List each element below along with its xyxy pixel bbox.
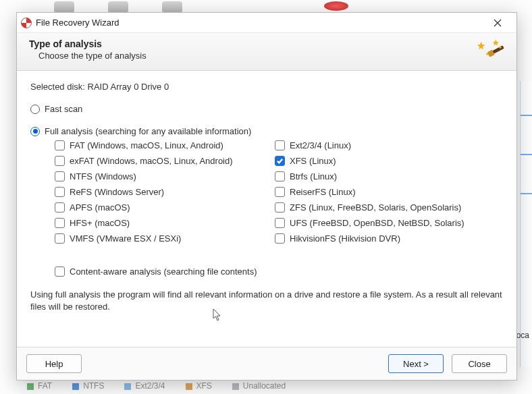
header-title: Type of analysis xyxy=(29,38,504,49)
titlebar: File Recovery Wizard xyxy=(17,13,516,33)
full-analysis-radio[interactable]: Full analysis (searching for any availab… xyxy=(30,126,503,136)
close-icon xyxy=(494,19,502,27)
checkbox-icon xyxy=(275,218,285,228)
fs-checkbox-hfs[interactable]: HFS+ (macOS) xyxy=(55,218,267,228)
fs-label: exFAT (Windows, macOS, Linux, Android) xyxy=(70,156,233,166)
header-subtitle: Choose the type of analysis xyxy=(38,51,504,61)
wizard-content: Selected disk: RAID Array 0 Drive 0 Fast… xyxy=(17,71,516,347)
full-analysis-label: Full analysis (searching for any availab… xyxy=(45,126,251,136)
bg-legend-item: NTFS xyxy=(72,381,104,391)
fs-label: FAT (Windows, macOS, Linux, Android) xyxy=(70,140,223,150)
svg-marker-3 xyxy=(493,40,499,46)
content-aware-checkbox[interactable]: Content-aware analysis (searching file c… xyxy=(55,266,503,277)
bg-legend-item: XFS xyxy=(186,381,212,391)
checkbox-icon xyxy=(55,187,65,197)
fs-label: HFS+ (macOS) xyxy=(70,218,130,228)
app-icon xyxy=(21,18,32,28)
radio-icon xyxy=(30,105,40,114)
checkbox-icon xyxy=(275,156,285,166)
bg-legend: FATNTFSExt2/3/4XFSUnallocated xyxy=(27,379,286,393)
close-window-button[interactable] xyxy=(484,13,511,32)
fs-label: ZFS (Linux, FreeBSD, Solaris, OpenSolari… xyxy=(290,202,461,213)
checkbox-icon xyxy=(275,171,285,181)
fs-label: ReFS (Windows Server) xyxy=(70,187,164,197)
fs-label: Btrfs (Linux) xyxy=(290,171,337,181)
help-button[interactable]: Help xyxy=(26,354,82,373)
fs-checkbox-ntfs[interactable]: NTFS (Windows) xyxy=(55,171,267,181)
checkbox-icon xyxy=(55,171,65,181)
checkbox-icon xyxy=(275,187,285,197)
bg-disk-icon xyxy=(108,1,128,12)
checkbox-icon xyxy=(55,266,65,277)
fs-checkbox-hikvision[interactable]: HikvisionFS (Hikvision DVR) xyxy=(275,233,487,244)
next-button[interactable]: Next > xyxy=(388,354,444,373)
fast-scan-radio[interactable]: Fast scan xyxy=(30,104,503,114)
checkbox-icon xyxy=(55,233,65,244)
fs-label: APFS (macOS) xyxy=(70,202,130,213)
radio-icon xyxy=(30,127,40,136)
content-aware-label: Content-aware analysis (searching file c… xyxy=(70,266,257,277)
fs-checkbox-xfs[interactable]: XFS (Linux) xyxy=(275,156,487,166)
wizard-header: Type of analysis Choose the type of anal… xyxy=(17,33,516,71)
bg-legend-item: FAT xyxy=(27,381,52,391)
file-recovery-wizard-dialog: File Recovery Wizard Type of analysis Ch… xyxy=(16,12,517,381)
fs-checkbox-reiserfs[interactable]: ReiserFS (Linux) xyxy=(275,187,487,197)
fs-label: VMFS (VMware ESX / ESXi) xyxy=(70,233,181,244)
analysis-description: Using full analysis the program will fin… xyxy=(30,289,503,313)
fs-checkbox-ufs[interactable]: UFS (FreeBSD, OpenBSD, NetBSD, Solaris) xyxy=(275,218,487,228)
checkbox-icon xyxy=(55,202,65,213)
fs-checkbox-exfat[interactable]: exFAT (Windows, macOS, Linux, Android) xyxy=(55,156,267,166)
checkbox-icon xyxy=(275,233,285,244)
fs-label: HikvisionFS (Hikvision DVR) xyxy=(290,233,400,244)
fs-label: NTFS (Windows) xyxy=(70,171,136,181)
fs-label: UFS (FreeBSD, OpenBSD, NetBSD, Solaris) xyxy=(290,218,464,228)
selected-disk-label: Selected disk: RAID Array 0 Drive 0 xyxy=(30,82,503,92)
filesystem-grid: FAT (Windows, macOS, Linux, Android)Ext2… xyxy=(55,140,487,244)
fs-checkbox-zfs[interactable]: ZFS (Linux, FreeBSD, Solaris, OpenSolari… xyxy=(275,202,487,213)
wizard-wand-icon xyxy=(473,37,507,65)
bg-help-icon xyxy=(324,1,348,11)
bg-disk-icon xyxy=(162,1,182,12)
checkbox-icon xyxy=(55,140,65,150)
fs-label: Ext2/3/4 (Linux) xyxy=(290,140,351,150)
bg-right-panel xyxy=(520,81,532,367)
fs-checkbox-vmfs[interactable]: VMFS (VMware ESX / ESXi) xyxy=(55,233,267,244)
fs-label: XFS (Linux) xyxy=(290,156,336,166)
bg-disk-icon xyxy=(54,1,74,12)
fs-checkbox-ext[interactable]: Ext2/3/4 (Linux) xyxy=(275,140,487,150)
fs-checkbox-btrfs[interactable]: Btrfs (Linux) xyxy=(275,171,487,181)
fs-label: ReiserFS (Linux) xyxy=(290,187,356,197)
wizard-footer: Help Next > Close xyxy=(17,347,516,380)
close-button[interactable]: Close xyxy=(452,354,507,373)
fs-checkbox-refs[interactable]: ReFS (Windows Server) xyxy=(55,187,267,197)
fast-scan-label: Fast scan xyxy=(45,104,82,114)
bg-legend-item: Ext2/3/4 xyxy=(124,381,165,391)
window-title: File Recovery Wizard xyxy=(36,18,484,28)
checkbox-icon xyxy=(55,156,65,166)
checkbox-icon xyxy=(55,218,65,228)
fs-checkbox-apfs[interactable]: APFS (macOS) xyxy=(55,202,267,213)
checkbox-icon xyxy=(275,140,285,150)
svg-marker-2 xyxy=(477,42,485,50)
checkbox-icon xyxy=(275,202,285,213)
svg-point-4 xyxy=(486,53,488,55)
fs-checkbox-fat[interactable]: FAT (Windows, macOS, Linux, Android) xyxy=(55,140,267,150)
bg-legend-item: Unallocated xyxy=(232,381,286,391)
svg-point-5 xyxy=(499,47,501,49)
